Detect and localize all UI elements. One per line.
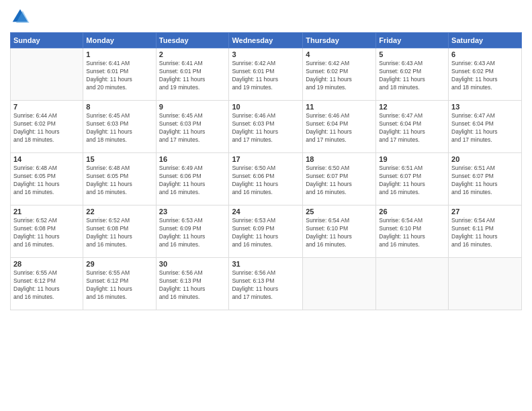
calendar-cell: 29Sunrise: 6:55 AM Sunset: 6:12 PM Dayli… — [83, 258, 156, 310]
day-number: 7 — [13, 103, 80, 111]
header — [10, 7, 522, 27]
calendar-cell: 1Sunrise: 6:41 AM Sunset: 6:01 PM Daylig… — [83, 48, 156, 101]
day-number: 8 — [86, 103, 152, 111]
day-number: 20 — [451, 155, 519, 163]
day-info: Sunrise: 6:45 AM Sunset: 6:03 PM Dayligh… — [86, 112, 152, 144]
day-number: 19 — [379, 155, 445, 163]
calendar-cell: 7Sunrise: 6:44 AM Sunset: 6:02 PM Daylig… — [11, 101, 83, 153]
calendar-cell: 12Sunrise: 6:47 AM Sunset: 6:04 PM Dayli… — [376, 101, 449, 153]
calendar-cell: 16Sunrise: 6:49 AM Sunset: 6:06 PM Dayli… — [156, 153, 229, 205]
calendar-cell: 17Sunrise: 6:50 AM Sunset: 6:06 PM Dayli… — [229, 153, 303, 205]
calendar-cell: 3Sunrise: 6:42 AM Sunset: 6:01 PM Daylig… — [229, 48, 303, 101]
day-number: 26 — [379, 208, 445, 216]
day-info: Sunrise: 6:41 AM Sunset: 6:01 PM Dayligh… — [86, 60, 152, 92]
calendar-cell — [376, 258, 449, 310]
day-info: Sunrise: 6:54 AM Sunset: 6:10 PM Dayligh… — [379, 217, 445, 249]
calendar-cell: 5Sunrise: 6:43 AM Sunset: 6:02 PM Daylig… — [376, 48, 449, 101]
calendar-cell: 8Sunrise: 6:45 AM Sunset: 6:03 PM Daylig… — [83, 101, 156, 153]
day-info: Sunrise: 6:46 AM Sunset: 6:03 PM Dayligh… — [232, 112, 300, 144]
day-number: 27 — [451, 208, 519, 216]
day-number: 3 — [232, 50, 300, 58]
calendar-cell: 11Sunrise: 6:46 AM Sunset: 6:04 PM Dayli… — [303, 101, 376, 153]
day-info: Sunrise: 6:52 AM Sunset: 6:08 PM Dayligh… — [86, 217, 152, 249]
calendar-cell: 19Sunrise: 6:51 AM Sunset: 6:07 PM Dayli… — [376, 153, 449, 205]
day-info: Sunrise: 6:48 AM Sunset: 6:05 PM Dayligh… — [86, 165, 152, 197]
day-info: Sunrise: 6:55 AM Sunset: 6:12 PM Dayligh… — [13, 269, 80, 302]
calendar-week-row: 14Sunrise: 6:48 AM Sunset: 6:05 PM Dayli… — [11, 153, 522, 205]
day-info: Sunrise: 6:48 AM Sunset: 6:05 PM Dayligh… — [13, 165, 80, 197]
calendar-cell: 28Sunrise: 6:55 AM Sunset: 6:12 PM Dayli… — [11, 258, 83, 310]
weekday-header: Monday — [83, 33, 156, 48]
calendar-week-row: 21Sunrise: 6:52 AM Sunset: 6:08 PM Dayli… — [11, 205, 522, 258]
calendar-week-row: 28Sunrise: 6:55 AM Sunset: 6:12 PM Dayli… — [11, 258, 522, 310]
weekday-header: Sunday — [11, 33, 83, 48]
calendar-cell: 14Sunrise: 6:48 AM Sunset: 6:05 PM Dayli… — [11, 153, 83, 205]
day-number: 25 — [306, 208, 373, 216]
day-number: 5 — [379, 50, 445, 58]
day-number: 22 — [86, 208, 152, 216]
day-number: 4 — [306, 50, 373, 58]
calendar-cell: 10Sunrise: 6:46 AM Sunset: 6:03 PM Dayli… — [229, 101, 303, 153]
calendar-week-row: 7Sunrise: 6:44 AM Sunset: 6:02 PM Daylig… — [11, 101, 522, 153]
day-number: 18 — [306, 155, 373, 163]
weekday-header: Wednesday — [229, 33, 303, 48]
day-number: 1 — [86, 50, 152, 58]
day-number: 13 — [451, 103, 519, 111]
day-info: Sunrise: 6:54 AM Sunset: 6:11 PM Dayligh… — [451, 217, 519, 249]
day-info: Sunrise: 6:56 AM Sunset: 6:13 PM Dayligh… — [232, 269, 300, 302]
day-info: Sunrise: 6:46 AM Sunset: 6:04 PM Dayligh… — [306, 112, 373, 144]
day-info: Sunrise: 6:44 AM Sunset: 6:02 PM Dayligh… — [13, 112, 80, 144]
calendar-cell: 18Sunrise: 6:50 AM Sunset: 6:07 PM Dayli… — [303, 153, 376, 205]
day-info: Sunrise: 6:56 AM Sunset: 6:13 PM Dayligh… — [159, 269, 226, 302]
calendar-cell — [303, 258, 376, 310]
day-number: 21 — [13, 208, 80, 216]
day-number: 30 — [159, 260, 226, 268]
calendar-cell: 31Sunrise: 6:56 AM Sunset: 6:13 PM Dayli… — [229, 258, 303, 310]
day-info: Sunrise: 6:45 AM Sunset: 6:03 PM Dayligh… — [159, 112, 226, 144]
day-info: Sunrise: 6:54 AM Sunset: 6:10 PM Dayligh… — [306, 217, 373, 249]
day-info: Sunrise: 6:51 AM Sunset: 6:07 PM Dayligh… — [451, 165, 519, 197]
day-info: Sunrise: 6:47 AM Sunset: 6:04 PM Dayligh… — [379, 112, 445, 144]
day-info: Sunrise: 6:50 AM Sunset: 6:07 PM Dayligh… — [306, 165, 373, 197]
page: SundayMondayTuesdayWednesdayThursdayFrid… — [0, 0, 532, 411]
calendar-cell: 24Sunrise: 6:53 AM Sunset: 6:09 PM Dayli… — [229, 205, 303, 258]
weekday-header: Tuesday — [156, 33, 229, 48]
logo — [10, 7, 33, 27]
day-number: 11 — [306, 103, 373, 111]
calendar-header-row: SundayMondayTuesdayWednesdayThursdayFrid… — [11, 33, 522, 48]
calendar-cell: 22Sunrise: 6:52 AM Sunset: 6:08 PM Dayli… — [83, 205, 156, 258]
day-number: 2 — [159, 50, 226, 58]
day-number: 15 — [86, 155, 152, 163]
day-info: Sunrise: 6:51 AM Sunset: 6:07 PM Dayligh… — [379, 165, 445, 197]
calendar-cell: 25Sunrise: 6:54 AM Sunset: 6:10 PM Dayli… — [303, 205, 376, 258]
day-info: Sunrise: 6:49 AM Sunset: 6:06 PM Dayligh… — [159, 165, 226, 197]
calendar-cell: 4Sunrise: 6:42 AM Sunset: 6:02 PM Daylig… — [303, 48, 376, 101]
weekday-header: Thursday — [303, 33, 376, 48]
day-number: 28 — [13, 260, 80, 268]
calendar-cell: 21Sunrise: 6:52 AM Sunset: 6:08 PM Dayli… — [11, 205, 83, 258]
day-number: 14 — [13, 155, 80, 163]
day-info: Sunrise: 6:53 AM Sunset: 6:09 PM Dayligh… — [159, 217, 226, 249]
day-number: 10 — [232, 103, 300, 111]
day-info: Sunrise: 6:47 AM Sunset: 6:04 PM Dayligh… — [451, 112, 519, 144]
weekday-header: Friday — [376, 33, 449, 48]
calendar-table: SundayMondayTuesdayWednesdayThursdayFrid… — [10, 32, 522, 310]
calendar-cell: 9Sunrise: 6:45 AM Sunset: 6:03 PM Daylig… — [156, 101, 229, 153]
day-number: 24 — [232, 208, 300, 216]
day-number: 6 — [451, 50, 519, 58]
day-info: Sunrise: 6:50 AM Sunset: 6:06 PM Dayligh… — [232, 165, 300, 197]
day-info: Sunrise: 6:42 AM Sunset: 6:02 PM Dayligh… — [306, 60, 373, 92]
calendar-cell: 27Sunrise: 6:54 AM Sunset: 6:11 PM Dayli… — [449, 205, 522, 258]
calendar-cell: 6Sunrise: 6:43 AM Sunset: 6:02 PM Daylig… — [449, 48, 522, 101]
day-info: Sunrise: 6:53 AM Sunset: 6:09 PM Dayligh… — [232, 217, 300, 249]
day-number: 9 — [159, 103, 226, 111]
calendar-cell: 30Sunrise: 6:56 AM Sunset: 6:13 PM Dayli… — [156, 258, 229, 310]
calendar-week-row: 1Sunrise: 6:41 AM Sunset: 6:01 PM Daylig… — [11, 48, 522, 101]
day-number: 16 — [159, 155, 226, 163]
calendar-cell: 26Sunrise: 6:54 AM Sunset: 6:10 PM Dayli… — [376, 205, 449, 258]
day-info: Sunrise: 6:41 AM Sunset: 6:01 PM Dayligh… — [159, 60, 226, 92]
day-number: 29 — [86, 260, 152, 268]
calendar-cell: 15Sunrise: 6:48 AM Sunset: 6:05 PM Dayli… — [83, 153, 156, 205]
calendar-cell: 23Sunrise: 6:53 AM Sunset: 6:09 PM Dayli… — [156, 205, 229, 258]
calendar-cell: 2Sunrise: 6:41 AM Sunset: 6:01 PM Daylig… — [156, 48, 229, 101]
